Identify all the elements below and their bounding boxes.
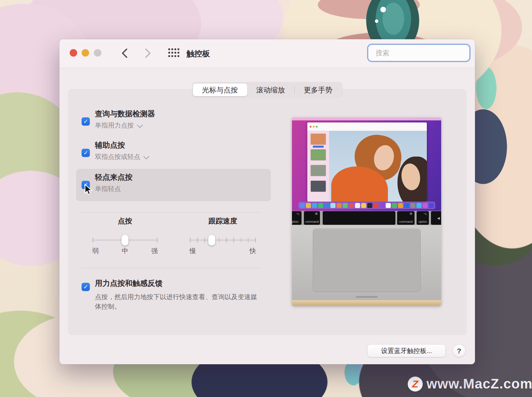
option-label: 辅助点按 xyxy=(95,140,125,150)
minimize-button[interactable] xyxy=(82,49,89,57)
demo-command-key: ⌘command xyxy=(397,211,415,225)
demo-dock-app-icon xyxy=(386,203,391,208)
demo-photo-thumbnail xyxy=(311,149,326,160)
option-label: 查询与数据检测器 xyxy=(95,109,155,119)
force-click-checkbox[interactable] xyxy=(82,283,90,291)
demo-dock-app-icon xyxy=(379,203,384,208)
demo-photos-toolbar xyxy=(307,122,427,131)
demo-dock-app-icon xyxy=(324,203,329,208)
demo-dock-app-icon xyxy=(410,203,415,208)
force-click-label: 用力点按和触感反馈 xyxy=(95,278,163,289)
search-input[interactable] xyxy=(375,49,467,57)
divider xyxy=(81,212,261,212)
demo-menubar xyxy=(292,118,441,120)
click-pressure-tick-labels: 弱 中 强 xyxy=(93,247,157,255)
demo-dock-app-icon xyxy=(312,203,317,208)
demo-dock-app-icon xyxy=(299,203,305,208)
desktop: Z www.MacZ.com xyxy=(0,0,532,397)
secondary-click-gesture-dropdown[interactable]: 双指点按或轻点 xyxy=(95,152,148,161)
demo-dock-app-icon xyxy=(336,203,341,208)
zoom-button[interactable] xyxy=(94,49,101,57)
demo-minimize-dot xyxy=(313,126,314,128)
click-pressure-label: 点按 xyxy=(93,216,157,226)
tracking-speed-slider xyxy=(190,234,255,246)
force-click-description: 点按，然后用力地按下以进行快速查看、查询以及变速媒体控制。 xyxy=(95,292,263,311)
demo-dock-app-icon xyxy=(392,203,397,208)
demo-dock-app-icon xyxy=(361,203,366,208)
option-label: 轻点来点按 xyxy=(95,172,132,182)
search-field[interactable] xyxy=(367,44,471,62)
click-pressure-slider xyxy=(93,234,157,246)
setup-bluetooth-trackpad-button[interactable]: 设置蓝牙触控板... xyxy=(367,344,446,357)
slider-thumb[interactable] xyxy=(122,235,129,246)
tick-label-fast: 快 xyxy=(250,247,256,255)
help-button[interactable]: ? xyxy=(453,344,465,357)
slider-thumb[interactable] xyxy=(208,235,215,246)
tracking-speed-label: 跟踪速度 xyxy=(190,216,255,226)
demo-dock-app-icon xyxy=(367,203,372,208)
macz-logo-letter: Z xyxy=(412,379,418,389)
tick-label-strong: 强 xyxy=(151,247,158,255)
demo-photo-thumbnail xyxy=(311,165,326,176)
demo-dock-app-icon xyxy=(398,203,403,208)
demo-option-key: ⌥option xyxy=(417,211,429,225)
dropdown-value: 单指用力点按 xyxy=(95,121,134,130)
demo-dock-app-icon xyxy=(422,203,428,208)
chevron-left-icon xyxy=(121,48,128,58)
option-sublabel: 单指轻点 xyxy=(95,185,121,193)
divider xyxy=(81,268,261,268)
demo-macbook-screen xyxy=(292,118,441,211)
slider-track[interactable] xyxy=(190,239,255,241)
forward-button[interactable] xyxy=(141,47,154,60)
mouse-cursor-icon xyxy=(84,184,94,195)
demo-photo-of-two-women xyxy=(329,131,427,202)
demo-photos-app-window xyxy=(307,122,427,202)
tick-label-weak: 弱 xyxy=(92,247,99,255)
demo-zoom-dot xyxy=(316,126,318,128)
demo-dock-app-icon xyxy=(318,203,323,208)
secondary-click-checkbox[interactable] xyxy=(82,149,90,157)
lookup-data-detectors-checkbox[interactable] xyxy=(82,117,90,126)
demo-command-key: ⌘command xyxy=(304,211,320,225)
tab-bar: 光标与点按 滚动缩放 更多手势 xyxy=(192,82,342,98)
demo-dock-app-icon xyxy=(355,203,360,208)
tick-label-slow: 慢 xyxy=(190,247,196,255)
demo-lid-notch xyxy=(356,296,378,298)
demo-dock xyxy=(298,202,435,209)
demo-dock-app-icon xyxy=(306,203,311,208)
demo-dock-app-icon xyxy=(373,203,378,208)
demo-dock-app-icon xyxy=(342,203,348,208)
tab-scroll-and-zoom[interactable]: 滚动缩放 xyxy=(247,84,294,96)
back-button[interactable] xyxy=(118,47,131,60)
tab-more-gestures[interactable]: 更多手势 xyxy=(295,84,342,96)
dropdown-value: 双指点按或轻点 xyxy=(95,152,140,161)
tick-label-medium: 中 xyxy=(122,247,128,255)
demo-dock-app-icon xyxy=(429,203,434,208)
show-all-grid-icon[interactable] xyxy=(168,47,180,59)
demo-desk-surface xyxy=(292,300,441,306)
demo-photo-thumbnail xyxy=(311,181,326,192)
chevron-right-icon xyxy=(144,48,151,58)
trackpad-preferences-window: 触控板 光标与点按 滚动缩放 更多手势 查询与数据检测器 单指用力点按 辅助点按… xyxy=(59,39,475,364)
demo-close-dot xyxy=(310,126,311,128)
demo-keyboard-row: ⌥option ⌘command ⌘command ⌥option ◀ xyxy=(292,211,441,225)
sublabel-text: 单指轻点 xyxy=(95,185,121,193)
tracking-speed-tick-labels: 慢 快 xyxy=(190,247,255,255)
demo-dock-app-icon xyxy=(416,203,421,208)
demo-dock-app-icon xyxy=(330,203,335,208)
demo-photo-thumbnail xyxy=(311,134,326,145)
trackpad-demo-video: ⌥option ⌘command ⌘command ⌥option ◀ xyxy=(292,118,441,306)
window-title: 触控板 xyxy=(186,48,210,59)
demo-option-key: ⌥option xyxy=(292,211,302,225)
tab-point-and-click[interactable]: 光标与点按 xyxy=(193,84,247,96)
macz-logo-icon: Z xyxy=(408,377,423,392)
close-button[interactable] xyxy=(70,49,77,57)
watermark-text: www.MacZ.com xyxy=(426,376,532,392)
titlebar: 触控板 xyxy=(59,39,475,68)
demo-trackpad xyxy=(313,229,421,292)
demo-dock-app-icon xyxy=(404,203,409,208)
demo-spacebar-key xyxy=(323,211,395,225)
lookup-gesture-dropdown[interactable]: 单指用力点按 xyxy=(95,121,141,130)
demo-arrow-key: ◀ xyxy=(431,211,441,225)
demo-trackpad-area xyxy=(292,225,441,300)
